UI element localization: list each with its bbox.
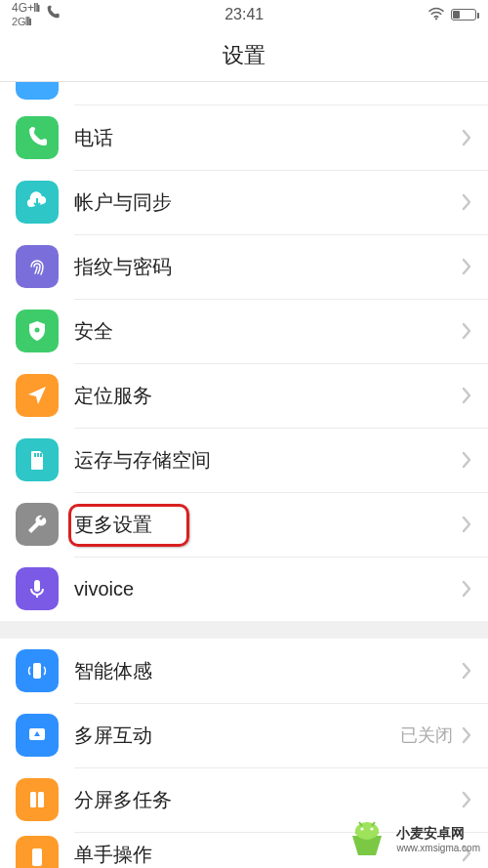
svg-rect-10	[38, 792, 44, 807]
chevron-right-icon	[461, 725, 472, 745]
row-location[interactable]: 定位服务	[0, 363, 488, 428]
row-account-sync[interactable]: 帐户与同步	[0, 170, 488, 234]
settings-group-2: 智能体感 多屏互动 已关闭 分屏多任务	[0, 639, 488, 832]
status-bar: 4G+ ıılll 2G ıılll 23:41	[0, 0, 488, 29]
chevron-right-icon	[461, 192, 472, 212]
chevron-right-icon	[461, 661, 472, 681]
split-icon	[16, 778, 59, 821]
row-more-settings-label: 更多设置	[74, 512, 461, 538]
row-storage-label: 运存与存储空间	[74, 447, 461, 474]
row-fingerprint-pwd[interactable]: 指纹与密码	[0, 234, 488, 299]
shield-icon	[16, 310, 59, 352]
network-secondary: 2G	[12, 16, 26, 27]
row-security-label: 安全	[74, 318, 461, 345]
mic-icon	[16, 567, 59, 610]
cast-icon	[16, 714, 59, 757]
row-split-screen-label: 分屏多任务	[74, 787, 461, 813]
chevron-right-icon	[461, 321, 472, 341]
status-time: 23:41	[61, 6, 427, 23]
sdcard-icon	[16, 438, 59, 481]
status-right	[427, 7, 476, 23]
svg-rect-9	[30, 792, 36, 807]
page-title-text: 设置	[223, 41, 265, 70]
row-split-screen[interactable]: 分屏多任务	[0, 767, 488, 832]
svg-rect-2	[34, 453, 36, 457]
row-phone[interactable]: 电话	[0, 105, 488, 170]
list-item-cut-top[interactable]	[0, 82, 488, 105]
chevron-right-icon	[461, 128, 472, 147]
chevron-right-icon	[461, 579, 472, 599]
row-multiscreen[interactable]: 多屏互动 已关闭	[0, 703, 488, 767]
svg-rect-3	[37, 453, 39, 457]
row-vivoice[interactable]: vivoice	[0, 557, 488, 621]
unknown-icon	[16, 82, 59, 100]
chevron-right-icon	[461, 790, 472, 809]
svg-rect-6	[33, 663, 41, 679]
wifi-icon	[427, 7, 445, 23]
section-divider	[0, 621, 488, 639]
fingerprint-icon	[16, 245, 59, 288]
battery-icon	[451, 9, 476, 21]
chevron-right-icon	[461, 515, 472, 534]
row-storage[interactable]: 运存与存储空间	[0, 428, 488, 492]
phone-icon	[16, 116, 59, 159]
row-multiscreen-label: 多屏互动	[74, 723, 400, 749]
row-vivoice-label: vivoice	[74, 578, 461, 600]
row-multiscreen-value: 已关闭	[400, 723, 453, 747]
onehand-icon	[16, 836, 59, 868]
row-fingerprint-pwd-label: 指纹与密码	[74, 254, 461, 280]
svg-rect-5	[34, 580, 40, 592]
row-more-settings[interactable]: 更多设置	[0, 492, 488, 557]
svg-point-0	[435, 18, 437, 20]
row-motion-sense[interactable]: 智能体感	[0, 639, 488, 703]
row-location-label: 定位服务	[74, 383, 461, 409]
chevron-right-icon	[461, 386, 472, 405]
call-icon	[45, 5, 61, 24]
phone-wave-icon	[16, 649, 59, 692]
chevron-right-icon	[461, 257, 472, 276]
row-motion-sense-label: 智能体感	[74, 658, 461, 684]
settings-group-1: 电话 帐户与同步 指纹与密码 安全 定位服务	[0, 105, 488, 621]
svg-point-1	[35, 328, 40, 333]
page-title: 设置	[0, 29, 488, 82]
chevron-right-icon	[461, 450, 472, 470]
svg-rect-4	[40, 453, 42, 457]
wrench-icon	[16, 503, 59, 546]
cloud-sync-icon	[16, 181, 59, 224]
row-account-sync-label: 帐户与同步	[74, 189, 461, 216]
row-onehand-cut[interactable]: 单手操作	[0, 832, 488, 868]
location-icon	[16, 374, 59, 417]
row-security[interactable]: 安全	[0, 299, 488, 363]
row-phone-label: 电话	[74, 125, 461, 151]
row-onehand-label: 单手操作	[74, 842, 461, 868]
status-left: 4G+ ıılll 2G ıılll	[12, 2, 61, 27]
chevron-right-icon	[461, 844, 472, 863]
network-primary: 4G+	[12, 1, 34, 15]
svg-rect-11	[32, 848, 42, 866]
